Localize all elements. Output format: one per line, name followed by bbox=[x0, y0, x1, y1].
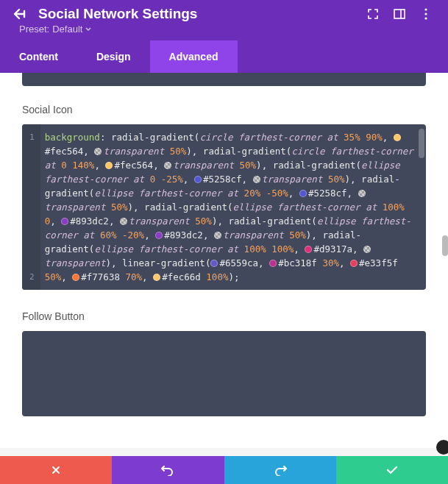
header: Social Network Settings Preset: Default … bbox=[0, 0, 448, 73]
close-button[interactable] bbox=[0, 456, 112, 484]
social-icon-label: Social Icon bbox=[22, 104, 426, 115]
close-icon bbox=[51, 466, 60, 474]
tab-design[interactable]: Design bbox=[77, 40, 150, 73]
code-gutter: 1 2 bbox=[22, 124, 40, 290]
tab-advanced[interactable]: Advanced bbox=[150, 40, 238, 73]
color-swatch-icon bbox=[394, 134, 401, 141]
color-swatch-icon bbox=[363, 246, 371, 253]
follow-button-label: Follow Button bbox=[22, 310, 426, 322]
color-swatch-icon bbox=[210, 260, 218, 267]
color-swatch-icon bbox=[299, 190, 307, 197]
editor-scrollbar[interactable] bbox=[419, 129, 424, 158]
color-swatch-icon bbox=[269, 260, 277, 267]
expand-icon[interactable] bbox=[367, 8, 379, 20]
preset-value: Default bbox=[52, 24, 82, 35]
back-arrow-icon bbox=[13, 8, 28, 20]
color-swatch-icon bbox=[120, 218, 127, 225]
previous-code-block-bottom[interactable] bbox=[22, 73, 426, 86]
help-fab[interactable] bbox=[436, 440, 448, 455]
header-top-row: Social Network Settings bbox=[0, 0, 448, 24]
undo-button[interactable] bbox=[112, 456, 224, 484]
color-swatch-icon bbox=[72, 274, 79, 281]
header-action-icons bbox=[367, 8, 432, 20]
bottom-action-bar bbox=[0, 456, 448, 484]
preset-label: Preset: bbox=[19, 24, 49, 35]
color-swatch-icon bbox=[305, 246, 312, 253]
color-swatch-icon bbox=[105, 162, 113, 169]
color-swatch-icon bbox=[194, 176, 202, 183]
line-number-1: 1 bbox=[29, 130, 35, 144]
color-swatch-icon bbox=[253, 176, 260, 183]
redo-icon bbox=[274, 464, 287, 476]
tabs: Content Design Advanced bbox=[0, 40, 448, 73]
chevron-down-icon bbox=[85, 27, 91, 32]
follow-button-code-editor[interactable] bbox=[22, 331, 426, 416]
content-area: Social Icon 1 2 background: radial-gradi… bbox=[0, 73, 448, 448]
svg-point-2 bbox=[424, 8, 427, 10]
check-icon bbox=[386, 466, 398, 474]
page-title: Social Network Settings bbox=[38, 6, 367, 22]
save-button[interactable] bbox=[336, 456, 448, 484]
svg-point-3 bbox=[424, 13, 427, 15]
color-swatch-icon bbox=[214, 232, 221, 239]
color-swatch-icon bbox=[164, 162, 171, 169]
code-body[interactable]: background: radial-gradient(circle farth… bbox=[40, 124, 426, 290]
color-swatch-icon bbox=[358, 190, 366, 197]
color-swatch-icon bbox=[61, 218, 68, 225]
color-swatch-icon bbox=[155, 232, 163, 239]
panel-scrollbar[interactable] bbox=[442, 235, 448, 256]
preset-selector[interactable]: Preset: Default bbox=[0, 24, 448, 40]
color-swatch-icon bbox=[94, 148, 102, 155]
tab-content[interactable]: Content bbox=[0, 40, 77, 73]
kebab-menu-icon[interactable] bbox=[420, 8, 432, 20]
undo-icon bbox=[161, 464, 174, 476]
back-button[interactable] bbox=[13, 8, 28, 20]
svg-point-4 bbox=[424, 17, 427, 19]
panel-toggle-icon[interactable] bbox=[394, 8, 405, 20]
color-swatch-icon bbox=[350, 260, 358, 267]
color-swatch-icon bbox=[153, 274, 160, 281]
line-number-2: 2 bbox=[29, 270, 35, 284]
redo-button[interactable] bbox=[224, 456, 336, 484]
social-icon-code-editor[interactable]: 1 2 background: radial-gradient(circle f… bbox=[22, 124, 426, 290]
svg-rect-0 bbox=[394, 10, 405, 18]
